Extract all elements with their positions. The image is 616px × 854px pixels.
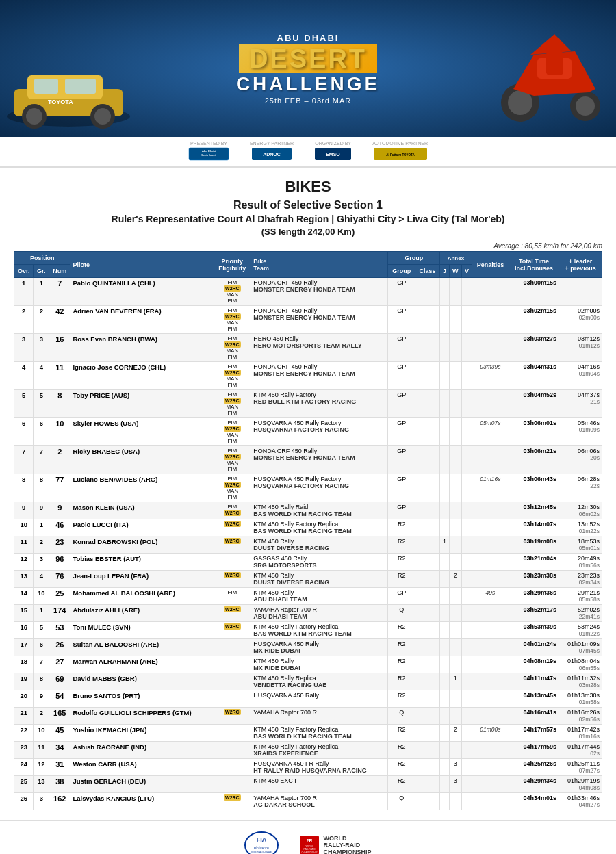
eligibility-cell <box>214 759 251 776</box>
group-cell: R2 <box>388 571 415 588</box>
annex-w-cell <box>449 502 461 519</box>
group-cell: GP <box>388 334 415 362</box>
pos-gr-cell: 4 <box>34 362 49 390</box>
pos-ovr-cell: 13 <box>14 571 34 588</box>
annex-j-cell <box>439 474 449 502</box>
penalty-cell <box>472 776 509 793</box>
pos-gr-cell: 5 <box>34 622 49 639</box>
annex-w-cell <box>449 639 461 656</box>
w2rc-badge: W2RC <box>224 606 241 612</box>
diff-cell: 52m02s 22m41s <box>559 605 602 622</box>
pos-gr-cell: 12 <box>34 759 49 776</box>
results-subtitle: Ruler's Representative Court Al Dhafrah … <box>14 214 602 224</box>
svg-rect-18 <box>546 51 563 75</box>
annex-j-cell <box>439 639 449 656</box>
total-time-cell: 04h29m34s <box>509 776 559 793</box>
main-content: BIKES Result of Selective Section 1 Rule… <box>0 168 616 820</box>
table-row: 18 7 27 Marwan ALRAHMANI (ARE) KTM 450 R… <box>14 656 602 673</box>
diff-cell: 53m24s 01m22s <box>559 622 602 639</box>
annex-v-cell <box>461 605 472 622</box>
partner-energy-label: ENERGY PARTNER <box>250 141 294 146</box>
pos-ovr-cell: 22 <box>14 725 34 742</box>
pilot-cell: Skyler HOWES (USA) <box>70 418 214 446</box>
bike-team-cell: HUSQVARNA 450 Rally <box>251 690 388 708</box>
class-cell <box>415 334 439 362</box>
bike-team-cell: HONDA CRF 450 Rally MONSTER ENERGY HONDA… <box>251 446 388 474</box>
group-cell: R2 <box>388 656 415 673</box>
class-cell <box>415 278 439 306</box>
annex-j-cell <box>439 418 449 446</box>
class-cell <box>415 390 439 418</box>
pos-gr-cell: 5 <box>34 390 49 418</box>
eligibility-cell <box>214 673 251 690</box>
annex-w-cell <box>449 474 461 502</box>
pilot-cell: Justin GERLACH (DEU) <box>70 776 214 793</box>
num-cell: 25 <box>49 588 70 605</box>
pos-ovr-cell: 11 <box>14 536 34 554</box>
penalty-cell <box>472 306 509 334</box>
table-row: 17 6 26 Sultan AL BALOOSHI (ARE) HUSQVAR… <box>14 639 602 656</box>
diff-cell: 01h11m32s 03m28s <box>559 673 602 690</box>
total-time-cell: 03h06m01s <box>509 418 559 446</box>
pos-ovr-cell: 25 <box>14 776 34 793</box>
annex-j-cell <box>439 334 449 362</box>
group-cell: R2 <box>388 759 415 776</box>
annex-j-cell <box>439 362 449 390</box>
num-cell: 38 <box>49 776 70 793</box>
class-cell <box>415 571 439 588</box>
table-row: 19 8 69 David MABBS (GBR) KTM 450 Rally … <box>14 673 602 690</box>
pilot-cell: Ross Evan BRANCH (BWA) <box>70 334 214 362</box>
header-penalties: Penalties <box>472 252 509 278</box>
pilot-cell: Tobias EBSTER (AUT) <box>70 554 214 571</box>
table-row: 1 1 7 Pablo QUINTANILLA (CHL) FIMW2RCMAN… <box>14 278 602 306</box>
table-row: 6 6 10 Skyler HOWES (USA) FIMW2RCMANFIM … <box>14 418 602 446</box>
header-class-val: Class <box>415 265 439 278</box>
w2rc-badge: W2RC <box>224 454 241 460</box>
group-cell: Q <box>388 793 415 810</box>
eligibility-cell <box>214 656 251 673</box>
penalty-cell <box>472 278 509 306</box>
class-cell <box>415 742 439 759</box>
diff-cell: 01h33m46s 04m27s <box>559 793 602 810</box>
penalty-cell: 03m39s <box>472 362 509 390</box>
group-cell: GP <box>388 362 415 390</box>
bike-team-cell: KTM 450 Rally DUUST DIVERSE RACING <box>251 536 388 554</box>
class-cell <box>415 793 439 810</box>
annex-j-cell <box>439 725 449 742</box>
w2rc-badge: W2RC <box>224 538 241 544</box>
diff-cell: 01h16m26s 02m56s <box>559 708 602 725</box>
annex-w-cell <box>449 519 461 536</box>
group-cell: Q <box>388 605 415 622</box>
header-v: V <box>461 265 472 278</box>
penalty-cell <box>472 334 509 362</box>
group-cell: GP <box>388 588 415 605</box>
group-cell: R2 <box>388 690 415 708</box>
event-name-line1: DESERT <box>249 46 367 72</box>
pos-ovr-cell: 4 <box>14 362 34 390</box>
annex-v-cell <box>461 742 472 759</box>
total-time-cell: 03h02m15s <box>509 306 559 334</box>
header-w: W <box>449 265 461 278</box>
svg-text:TOYOTA: TOYOTA <box>48 99 73 105</box>
annex-j-cell <box>439 554 449 571</box>
eligibility-cell <box>214 742 251 759</box>
num-cell: 69 <box>49 673 70 690</box>
header-leader-prev: + leader+ previous <box>559 252 602 278</box>
penalty-cell <box>472 390 509 418</box>
num-cell: 165 <box>49 708 70 725</box>
eligibility-cell: FIMW2RCMANFIM <box>214 474 251 502</box>
annex-j-cell <box>439 690 449 708</box>
annex-j-cell <box>439 390 449 418</box>
bike-team-cell: HONDA CRF 450 Rally MONSTER ENERGY HONDA… <box>251 278 388 306</box>
class-cell <box>415 362 439 390</box>
annex-w-cell <box>449 334 461 362</box>
header-j: J <box>439 265 449 278</box>
pos-ovr-cell: 10 <box>14 519 34 536</box>
total-time-cell: 03h53m39s <box>509 622 559 639</box>
num-cell: 31 <box>49 759 70 776</box>
pos-ovr-cell: 21 <box>14 708 34 725</box>
eligibility-cell: FIMW2RCMANFIM <box>214 446 251 474</box>
penalty-cell <box>472 519 509 536</box>
class-cell <box>415 554 439 571</box>
partner-presented-label: PRESENTED BY <box>190 141 227 146</box>
